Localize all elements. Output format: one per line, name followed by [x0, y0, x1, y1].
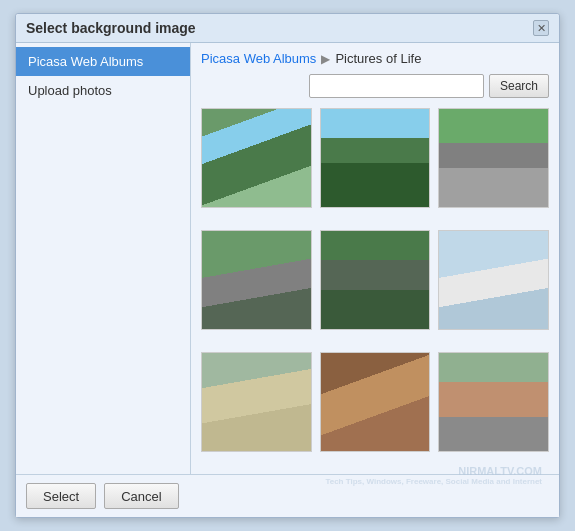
photo-item-2[interactable]	[320, 108, 431, 208]
photo-item-1[interactable]	[201, 108, 312, 208]
breadcrumb-root-link[interactable]: Picasa Web Albums	[201, 51, 316, 66]
search-button[interactable]: Search	[489, 74, 549, 98]
photo-item-5[interactable]	[320, 230, 431, 330]
breadcrumb-separator: ▶	[321, 52, 330, 66]
photo-item-8[interactable]	[320, 352, 431, 452]
select-button[interactable]: Select	[26, 483, 96, 509]
search-bar: Search	[201, 74, 549, 98]
photo-item-6[interactable]	[438, 230, 549, 330]
photo-item-9[interactable]	[438, 352, 549, 452]
photo-item-3[interactable]	[438, 108, 549, 208]
breadcrumb-current: Pictures of Life	[335, 51, 421, 66]
photo-item-4[interactable]	[201, 230, 312, 330]
main-content: Picasa Web Albums ▶ Pictures of Life Sea…	[191, 43, 559, 474]
sidebar-item-picasa[interactable]: Picasa Web Albums	[16, 47, 190, 76]
cancel-button[interactable]: Cancel	[104, 483, 178, 509]
close-button[interactable]: ✕	[533, 20, 549, 36]
sidebar-item-upload[interactable]: Upload photos	[16, 76, 190, 105]
select-background-dialog: Select background image ✕ Picasa Web Alb…	[15, 13, 560, 518]
dialog-body: Picasa Web Albums Upload photos Picasa W…	[16, 43, 559, 474]
sidebar: Picasa Web Albums Upload photos	[16, 43, 191, 474]
photo-grid	[201, 108, 549, 466]
footer: Select Cancel	[16, 474, 559, 517]
dialog-title: Select background image	[26, 20, 196, 36]
title-bar: Select background image ✕	[16, 14, 559, 43]
breadcrumb: Picasa Web Albums ▶ Pictures of Life	[201, 51, 549, 66]
search-input[interactable]	[309, 74, 484, 98]
photo-item-7[interactable]	[201, 352, 312, 452]
